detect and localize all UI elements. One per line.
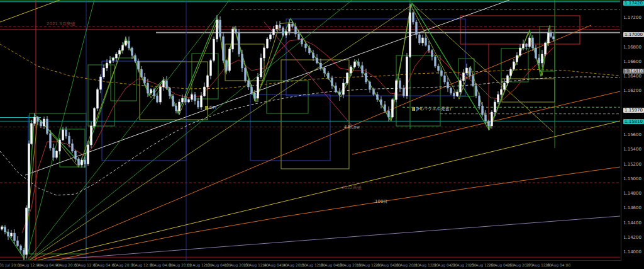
candle-body <box>362 66 364 73</box>
candle-body <box>119 50 121 54</box>
candle-body <box>479 96 480 106</box>
candle-body <box>485 115 487 121</box>
candle-body <box>523 44 525 48</box>
chart-annotation: 4月Low <box>344 124 360 130</box>
candle-body <box>232 29 234 49</box>
price-axis-badge: 1.17000 <box>623 32 644 37</box>
time-axis-label: 28 Aug 04:00 <box>545 263 570 267</box>
trend-line <box>23 216 620 262</box>
candle-body <box>75 151 77 159</box>
price-axis-label: 1.14200 <box>623 235 641 240</box>
drawn-rectangle <box>30 113 86 254</box>
candle-body <box>87 145 89 164</box>
trading-chart-window: 2021.3月安値2022高値4月Low100日CPIJH(パウエル発言) 1.… <box>0 0 644 269</box>
candle-body <box>160 87 162 102</box>
candle-body <box>488 121 490 126</box>
candle-body <box>377 94 379 100</box>
candle-body <box>369 82 371 89</box>
candle-body <box>113 58 114 60</box>
candle-body <box>109 60 111 63</box>
candle-body <box>182 98 184 102</box>
candlestick-chart[interactable] <box>0 0 644 269</box>
candle-body <box>84 160 86 164</box>
price-axis-label: 1.14800 <box>623 191 641 196</box>
candle-body <box>229 49 231 71</box>
trend-line <box>0 0 60 22</box>
candle-body <box>28 144 30 208</box>
candle-body <box>447 82 449 88</box>
candle-body <box>254 93 256 98</box>
candle-body <box>91 126 92 145</box>
annotation-text: 2021.3月安値 <box>47 21 75 27</box>
time-axis[interactable]: 31 Jul 20:001 Aug 12:004 Aug 04:004 Aug … <box>0 260 621 269</box>
candle-body <box>313 53 314 58</box>
candle-body <box>475 86 477 96</box>
candle-body <box>444 76 446 82</box>
candle-body <box>81 160 83 165</box>
candle-body <box>270 35 272 39</box>
candle-body <box>56 151 58 157</box>
candle-body <box>504 83 506 89</box>
candle-body <box>541 54 543 63</box>
candle-body <box>216 20 218 39</box>
candle-body <box>4 227 6 232</box>
candle-body <box>53 148 55 157</box>
candle-body <box>292 24 294 26</box>
price-axis-badge: 1.15810 <box>623 119 644 124</box>
candle-body <box>399 81 401 88</box>
candle-body <box>497 94 499 102</box>
candle-body <box>441 71 443 76</box>
candle-body <box>248 81 250 87</box>
candle-body <box>358 62 360 66</box>
candle-body <box>320 63 322 68</box>
candle-body <box>197 101 199 107</box>
candle-body <box>535 48 537 58</box>
candle-body <box>62 130 64 140</box>
price-axis-label: 1.15400 <box>623 147 641 152</box>
price-axis-badge: 1.17420 <box>623 1 644 6</box>
news-event-icon <box>205 106 208 110</box>
candle-body <box>191 94 193 100</box>
candle-body <box>309 48 311 53</box>
candle-body <box>388 111 390 117</box>
candle-body <box>428 45 430 50</box>
candle-body <box>384 105 386 111</box>
candle-body <box>526 44 528 47</box>
chart-annotation: 2022高値 <box>341 185 362 191</box>
candle-body <box>97 89 99 108</box>
candle-body <box>548 33 550 43</box>
candle-body <box>238 33 240 54</box>
candle-body <box>460 81 462 92</box>
candle-body <box>20 246 22 250</box>
candle-body <box>194 94 196 101</box>
candle-body <box>245 68 247 81</box>
candle-body <box>466 68 468 73</box>
candle-body <box>516 55 518 62</box>
candle-body <box>273 29 275 35</box>
price-axis-label: 1.15000 <box>623 176 641 181</box>
candle-body <box>257 77 259 98</box>
candle-body <box>403 88 405 96</box>
candle-body <box>406 57 408 96</box>
candle-body <box>219 20 221 37</box>
candle-body <box>267 39 269 48</box>
candle-body <box>324 68 326 73</box>
price-axis-badge: 1.16510 <box>623 69 644 74</box>
price-axis-label: 1.14600 <box>623 205 641 210</box>
candle-body <box>17 241 19 246</box>
candle-body <box>494 102 496 112</box>
candle-body <box>131 48 133 55</box>
annotation-text: CPI <box>209 105 216 110</box>
price-axis[interactable]: 1.172001.168001.166001.164001.162001.156… <box>621 0 644 261</box>
candle-body <box>94 108 96 126</box>
trend-line <box>25 121 620 263</box>
candle-body <box>482 106 484 115</box>
candle-body <box>166 81 168 88</box>
candle-body <box>301 39 303 44</box>
candle-body <box>135 55 136 61</box>
candle-body <box>1 227 3 229</box>
candle-body <box>116 54 118 58</box>
annotation-text: JH(パウエル発言) <box>416 106 451 112</box>
candle-body <box>34 117 36 123</box>
drawn-rectangle <box>250 94 330 161</box>
